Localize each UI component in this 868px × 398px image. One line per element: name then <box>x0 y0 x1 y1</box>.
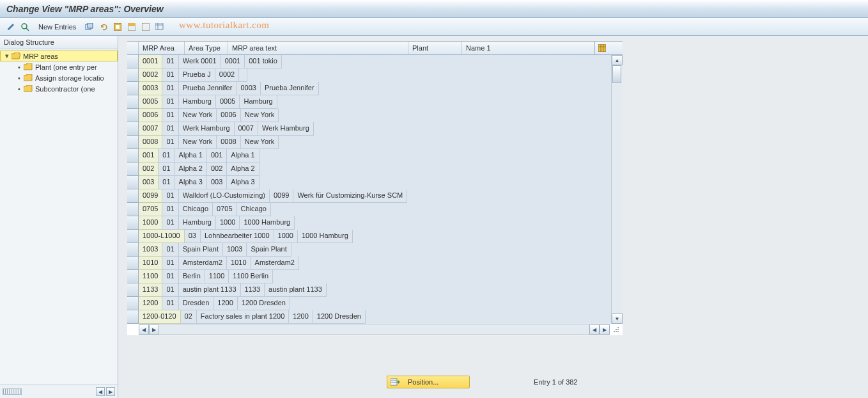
row-selector[interactable] <box>127 216 139 230</box>
column-header-plant[interactable]: Plant <box>408 42 462 54</box>
cell-area-type[interactable]: 03 <box>185 230 201 243</box>
cell-mrp-area-text[interactable]: Prueba Jennifer <box>179 82 237 95</box>
cell-area-type[interactable]: 01 <box>159 176 174 189</box>
cell-name1[interactable]: New York <box>241 109 279 122</box>
cell-plant[interactable]: 1000 <box>216 216 240 230</box>
row-selector[interactable] <box>127 243 139 257</box>
tree-node-subcontractor[interactable]: • Subcontractor (one <box>0 83 118 94</box>
cell-name1[interactable]: Alpha 3 <box>227 176 259 189</box>
cell-mrp-area[interactable]: 0005 <box>139 95 162 109</box>
cell-plant[interactable]: 0005 <box>216 95 240 109</box>
cell-mrp-area[interactable]: 1000-L1000 <box>139 230 185 243</box>
row-selector-header[interactable] <box>127 42 139 54</box>
row-selector[interactable] <box>127 230 139 243</box>
cell-mrp-area[interactable]: 0001 <box>139 55 162 68</box>
undo-change-icon[interactable] <box>98 21 109 33</box>
row-selector[interactable] <box>127 109 139 122</box>
cell-name1[interactable]: Prueba Jennifer <box>261 82 319 95</box>
cell-area-type[interactable]: 01 <box>162 95 178 109</box>
scroll-up-icon[interactable]: ▲ <box>612 55 623 65</box>
vscroll-thumb[interactable] <box>612 65 621 83</box>
sidebar-resize-handle[interactable] <box>3 388 22 395</box>
cell-mrp-area-text[interactable]: Alpha 1 <box>175 149 207 163</box>
row-selector[interactable] <box>127 122 139 136</box>
cell-mrp-area-text[interactable]: Chicago <box>179 203 213 216</box>
column-header-area-type[interactable]: Area Type <box>185 42 228 54</box>
row-selector[interactable] <box>127 95 139 109</box>
cell-mrp-area[interactable]: 0099 <box>139 189 162 203</box>
cell-plant[interactable]: 0006 <box>217 109 240 122</box>
tree-collapse-icon[interactable]: ▾ <box>3 52 11 60</box>
cell-mrp-area-text[interactable]: austin plant 1133 <box>179 283 241 297</box>
cell-plant[interactable]: 0099 <box>270 189 293 203</box>
table-settings-icon[interactable] <box>154 21 166 33</box>
cell-mrp-area[interactable]: 0705 <box>139 203 162 216</box>
cell-mrp-area[interactable]: 1010 <box>139 257 162 270</box>
cell-mrp-area-text[interactable]: Lohnbearbeiter 1000 <box>201 230 274 243</box>
cell-mrp-area-text[interactable]: Werk 0001 <box>179 55 221 68</box>
cell-name1[interactable]: Werk Hamburg <box>258 122 314 136</box>
cell-mrp-area[interactable]: 0002 <box>139 68 162 82</box>
cell-mrp-area[interactable]: 0003 <box>139 82 162 95</box>
cell-mrp-area[interactable]: 1133 <box>139 283 162 297</box>
column-header-mrp-area-text[interactable]: MRP area text <box>228 42 408 54</box>
row-selector[interactable] <box>127 149 139 163</box>
sidebar-scroll-left-icon[interactable]: ◀ <box>96 387 105 396</box>
cell-area-type[interactable]: 01 <box>162 203 178 216</box>
cell-mrp-area[interactable]: 1200 <box>139 297 162 310</box>
cell-mrp-area-text[interactable]: Factory sales in plant 1200 <box>197 310 289 324</box>
row-selector[interactable] <box>127 270 139 283</box>
cell-plant[interactable]: 001 <box>207 149 227 163</box>
cell-mrp-area-text[interactable]: Amsterdam2 <box>179 257 227 270</box>
cell-plant[interactable]: 0001 <box>221 55 245 68</box>
cell-mrp-area[interactable]: 0008 <box>139 136 162 149</box>
select-all-icon[interactable] <box>112 21 123 33</box>
cell-name1[interactable]: Spain Plant <box>247 243 291 257</box>
cell-mrp-area-text[interactable]: New York <box>179 109 217 122</box>
cell-name1[interactable]: austin plant 1133 <box>265 283 327 297</box>
cell-plant[interactable]: 1010 <box>227 257 251 270</box>
copy-as-icon[interactable] <box>84 21 95 33</box>
cell-mrp-area-text[interactable]: Dresden <box>179 297 214 310</box>
tree-node-plant[interactable]: • Plant (one entry per <box>0 61 118 72</box>
cell-mrp-area[interactable]: 1000 <box>139 216 162 230</box>
cell-name1[interactable]: Hamburg <box>240 95 277 109</box>
sidebar-scroll-right-icon[interactable]: ▶ <box>106 387 115 396</box>
cell-area-type[interactable]: 01 <box>162 189 178 203</box>
column-header-name1[interactable]: Name 1 <box>462 42 594 54</box>
deselect-all-icon[interactable] <box>140 21 151 33</box>
toggle-display-change-icon[interactable] <box>5 21 17 33</box>
cell-plant[interactable]: 1200 <box>213 297 237 310</box>
new-entries-button[interactable]: New Entries <box>33 23 81 31</box>
row-selector[interactable] <box>127 163 139 176</box>
cell-mrp-area-text[interactable]: Hamburg <box>179 216 216 230</box>
cell-area-type[interactable]: 01 <box>162 68 178 82</box>
cell-area-type[interactable]: 01 <box>162 270 178 283</box>
table-resize-grip-icon[interactable] <box>610 324 623 335</box>
cell-mrp-area[interactable]: 001 <box>139 149 159 163</box>
cell-plant[interactable]: 1100 <box>205 270 229 283</box>
cell-name1[interactable]: New York <box>241 136 279 149</box>
cell-mrp-area-text[interactable]: Prueba J <box>179 68 215 82</box>
row-selector[interactable] <box>127 189 139 203</box>
cell-mrp-area[interactable]: 1003 <box>139 243 162 257</box>
row-selector[interactable] <box>127 136 139 149</box>
cell-plant[interactable]: 0008 <box>217 136 240 149</box>
cell-area-type[interactable]: 01 <box>162 216 178 230</box>
cell-name1[interactable]: Amsterdam2 <box>251 257 299 270</box>
cell-area-type[interactable]: 01 <box>162 82 178 95</box>
cell-area-type[interactable]: 02 <box>181 310 197 324</box>
cell-name1[interactable]: 1200 Dresden <box>238 297 290 310</box>
row-selector[interactable] <box>127 297 139 310</box>
cell-area-type[interactable]: 01 <box>162 283 178 297</box>
vscroll-track[interactable] <box>612 65 623 314</box>
cell-name1[interactable]: Chicago <box>237 203 271 216</box>
cell-name1[interactable]: 001 tokio <box>245 55 282 68</box>
cell-mrp-area[interactable]: 1200-0120 <box>139 310 181 324</box>
row-selector[interactable] <box>127 82 139 95</box>
row-selector[interactable] <box>127 283 139 297</box>
cell-area-type[interactable]: 01 <box>162 257 178 270</box>
cell-mrp-area-text[interactable]: Berlin <box>179 270 205 283</box>
cell-name1[interactable]: Werk für Customizing-Kurse SCM <box>293 189 407 203</box>
cell-area-type[interactable]: 01 <box>162 297 178 310</box>
